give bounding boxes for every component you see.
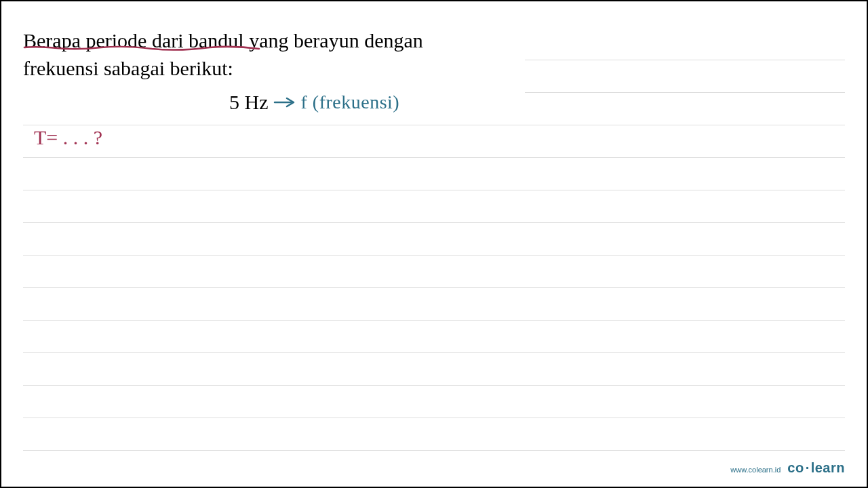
frequency-annotation: f (frekuensi) [300,92,399,113]
frequency-row: 5 Hz f (frekuensi) [229,91,399,114]
footer-brand: co·learn [787,460,845,476]
document-canvas: Berapa periode dari bandul yang berayun … [1,1,867,487]
brand-part1: co [787,460,804,475]
arrow-right-icon [273,95,298,110]
question-text-line1: Berapa periode dari bandul yang berayun … [23,27,845,55]
brand-part2: learn [811,460,845,475]
brand-dot: · [806,460,810,475]
frequency-value: 5 Hz [229,91,268,114]
period-prompt: T= . . . ? [34,126,102,149]
question-text-line2: frekuensi sabagai berikut: [23,55,845,83]
footer-url: www.colearn.id [730,466,781,474]
footer: www.colearn.id co·learn [730,460,845,476]
